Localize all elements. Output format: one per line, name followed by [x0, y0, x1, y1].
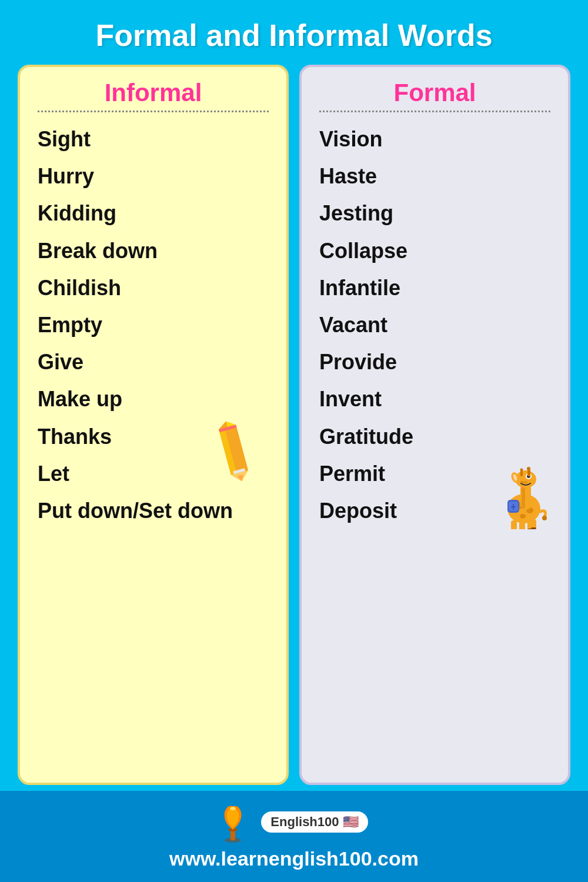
informal-word-item: Break down [38, 232, 269, 269]
informal-word-item: Make up [38, 380, 269, 417]
informal-word-item: Hurry [38, 158, 269, 195]
formal-card: Formal VisionHasteJestingCollapseInfanti… [299, 65, 570, 785]
brand-logo: English100 🇺🇸 [261, 811, 368, 833]
footer: English100 🇺🇸 www.learnenglish100.com [0, 791, 588, 882]
svg-rect-27 [511, 520, 517, 529]
url-text: www.learnenglish100.com [169, 847, 419, 870]
cards-container: Informal SightHurryKiddingBreak downChil… [0, 65, 588, 785]
svg-rect-38 [513, 504, 514, 510]
informal-word-list: SightHurryKiddingBreak downChildishEmpty… [38, 121, 269, 529]
formal-word-item: Jesting [319, 195, 550, 232]
formal-word-item: Infantile [319, 269, 550, 306]
formal-divider [319, 111, 550, 112]
informal-header: Informal [38, 79, 269, 107]
formal-word-item: Invent [319, 380, 550, 417]
footer-url: www.learnenglish100.com [169, 847, 419, 870]
formal-word-list: VisionHasteJestingCollapseInfantileVacan… [319, 121, 550, 529]
svg-rect-14 [522, 485, 525, 509]
informal-word-item: Empty [38, 306, 269, 343]
flag-icon: 🇺🇸 [343, 814, 359, 829]
formal-word-item: Gratitude [319, 418, 550, 455]
footer-brand: English100 🇺🇸 [220, 801, 368, 843]
formal-word-item: Vision [319, 121, 550, 158]
page-title: Formal and Informal Words [83, 0, 504, 65]
svg-point-22 [527, 467, 530, 470]
svg-point-19 [520, 481, 524, 483]
svg-point-43 [230, 807, 236, 810]
brand-text: English100 [270, 814, 339, 829]
informal-word-item: Childish [38, 269, 269, 306]
svg-point-24 [520, 469, 523, 472]
informal-word-item: Put down/Set down [38, 492, 269, 529]
lamp-icon [220, 801, 255, 843]
formal-word-item: Collapse [319, 232, 550, 269]
formal-header: Formal [319, 79, 550, 107]
svg-rect-28 [519, 520, 525, 529]
svg-point-39 [542, 516, 547, 520]
informal-card: Informal SightHurryKiddingBreak downChil… [18, 65, 289, 785]
informal-word-item: Sight [38, 121, 269, 158]
giraffe-decoration [495, 453, 553, 529]
informal-word-item: Kidding [38, 195, 269, 232]
svg-point-20 [524, 481, 527, 483]
svg-rect-34 [531, 527, 536, 529]
formal-word-item: Provide [319, 343, 550, 380]
svg-point-12 [520, 514, 526, 519]
formal-word-item: Vacant [319, 306, 550, 343]
formal-word-item: Haste [319, 158, 550, 195]
informal-divider [38, 111, 269, 112]
informal-word-item: Give [38, 343, 269, 380]
